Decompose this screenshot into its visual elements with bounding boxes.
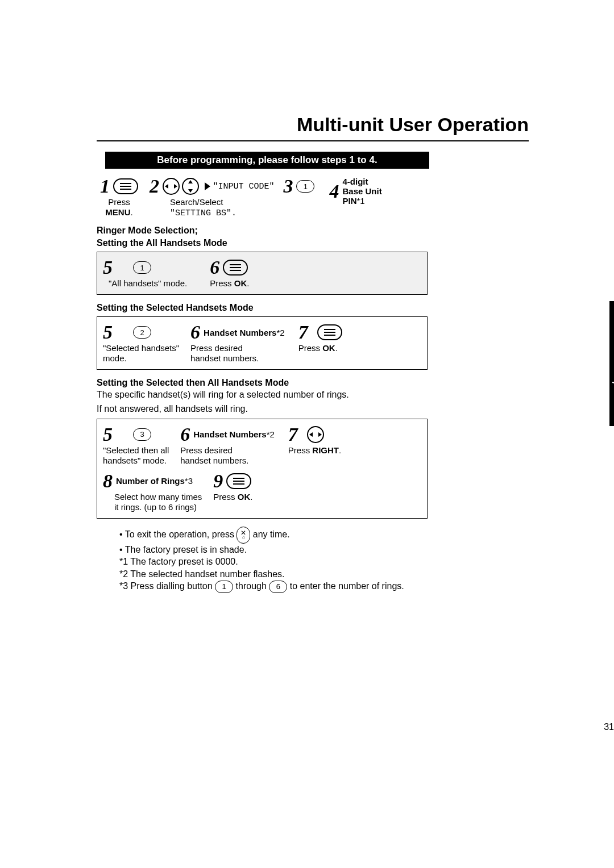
sectionC-step9-ok: OK — [238, 492, 251, 502]
sectionC-step8: 8 Number of Rings*3 Select how many time… — [103, 471, 202, 512]
step-1-menu: MENU — [105, 207, 130, 217]
section-a-head2: Setting the All Handsets Mode — [97, 238, 529, 248]
footnote-shade: The factory preset is in shade. — [119, 544, 529, 556]
sectionB-step5-number: 5 — [103, 323, 113, 342]
end-call-icon: ✕⌂ — [237, 527, 250, 544]
footnotes: To exit the operation, press ✕⌂ any time… — [97, 527, 529, 594]
sectionA-step6-ok: OK — [234, 278, 247, 288]
sectionC-step6-star: *2 — [267, 429, 275, 439]
footnote-2: *2 The selected handset number flashes. — [119, 568, 529, 581]
sectionB-step5-suba: "Selected handsets" — [103, 343, 179, 353]
dial-1-icon: 1 — [215, 581, 233, 593]
sectionA-step6-press: Press — [210, 278, 234, 288]
title-rule — [97, 140, 529, 141]
intro-steps: 1 Press MENU. 2 "INPUT CODE" Search/Sele… — [100, 177, 529, 219]
sectionC-step8-number: 8 — [103, 471, 113, 491]
section-a-block: 5 1 "All handsets" mode. 6 Press OK. — [97, 252, 428, 295]
sectionC-step7-press: Press — [288, 445, 313, 455]
sectionC-step9-press: Press — [213, 492, 238, 502]
dpad-leftright-icon — [163, 178, 180, 195]
arrow-right-icon — [205, 182, 210, 190]
sectionC-step7-right: RIGHT — [312, 445, 339, 455]
section-c-desc1: The specific handset(s) will ring for a … — [97, 389, 529, 401]
sectionC-step6-suba: Press desired — [180, 445, 233, 455]
sectionA-step6: 6 Press OK. — [210, 258, 249, 289]
sectionC-step5-number: 5 — [103, 425, 113, 444]
step-4-number: 4 — [329, 182, 339, 201]
step-2-settingbs: "SETTING BS". — [170, 208, 237, 218]
step-3-number: 3 — [283, 177, 293, 196]
sectionB-step7-press: Press — [298, 343, 323, 353]
sectionB-step6-suba: Press desired — [190, 343, 243, 353]
sectionC-step6-title: Handset Numbers — [193, 429, 266, 439]
input-code-label: "INPUT CODE" — [213, 182, 274, 191]
section-a-head1: Ringer Mode Selection; — [97, 226, 529, 236]
step-1: 1 Press MENU. — [100, 177, 138, 218]
sectionC-step9: 9 Press OK. — [213, 471, 252, 502]
sectionC-step5-suba: "Selected then all — [103, 445, 169, 455]
step-2: 2 "INPUT CODE" Search/Select "SETTING BS… — [150, 177, 274, 219]
sectionC-step7-number: 7 — [288, 425, 298, 444]
ok-button-icon — [223, 260, 248, 276]
sectionA-step5-sub: "All handsets" mode. — [109, 278, 187, 289]
sectionB-step6-subb: handset numbers. — [190, 353, 259, 363]
sectionC-step8-suba: Select how many times — [114, 492, 202, 502]
section-c-desc2: If not answered, all handsets will ring. — [97, 403, 529, 415]
sectionB-step5-subb: mode. — [103, 353, 127, 363]
step-2-searchselect: Search/Select — [170, 197, 223, 207]
sectionB-step6-star: *2 — [276, 328, 284, 337]
step-1-press: Press — [108, 197, 130, 207]
programming-banner: Before programming, please follow steps … — [105, 152, 429, 169]
dial-1-icon: 1 — [296, 180, 314, 193]
section-c-head: Setting the Selected then All Handsets M… — [97, 378, 529, 388]
sectionC-step6-subb: handset numbers. — [180, 456, 248, 465]
ok-button-icon — [226, 473, 251, 489]
sectionA-step6-number: 6 — [210, 258, 219, 277]
dial-1-icon: 1 — [133, 261, 151, 274]
step-3: 3 1 — [283, 177, 314, 196]
side-tab-label: Cordless Telephone — [609, 301, 614, 426]
step-4-pin: PIN — [342, 196, 356, 206]
menu-button-icon — [113, 178, 138, 194]
sectionB-step6: 6 Handset Numbers*2 Press desired handse… — [190, 323, 285, 364]
section-b-head: Setting the Selected Handsets Mode — [97, 303, 529, 313]
step-4-line1: 4-digit — [342, 177, 368, 186]
sectionB-step5: 5 2 "Selected handsets" mode. — [103, 323, 179, 364]
sectionA-step5: 5 1 "All handsets" mode. — [103, 258, 187, 289]
sectionC-step8-title: Number of Rings — [116, 476, 185, 486]
step-4-line2: Base Unit — [342, 186, 381, 196]
footnote-1: *1 The factory preset is 0000. — [119, 556, 529, 568]
sectionB-step6-title: Handset Numbers — [204, 328, 276, 337]
step-1-number: 1 — [100, 177, 110, 196]
sectionB-step7-number: 7 — [298, 323, 308, 342]
sectionC-step5-subb: handsets" mode. — [103, 456, 167, 465]
page-title: Multi-unit User Operation — [97, 114, 529, 136]
step-4: 4 4-digit Base Unit PIN*1 — [329, 177, 381, 206]
sectionC-step8-star: *3 — [185, 476, 193, 486]
step-2-number: 2 — [150, 177, 159, 196]
dial-2-icon: 2 — [133, 326, 151, 339]
sectionC-step6-number: 6 — [180, 425, 190, 444]
sectionC-step7: 7 Press RIGHT. — [288, 425, 341, 456]
dpad-updown-icon — [182, 178, 199, 195]
sectionB-step7: 7 Press OK. — [298, 323, 342, 353]
footnote-3: *3 Press dialling button 1 through 6 to … — [119, 580, 529, 593]
ok-button-icon — [317, 324, 342, 340]
sectionC-step6: 6 Handset Numbers*2 Press desired handse… — [180, 425, 275, 466]
step-4-star1: *1 — [357, 196, 365, 206]
manual-page: Multi-unit User Operation Before program… — [0, 0, 614, 593]
page-number: 31 — [604, 722, 614, 732]
dpad-leftright-icon — [307, 426, 324, 443]
dial-6-icon: 6 — [269, 581, 287, 593]
section-b-block: 5 2 "Selected handsets" mode. 6 Handset … — [97, 316, 428, 370]
footnote-exit: To exit the operation, press ✕⌂ any time… — [119, 527, 529, 544]
sectionC-step9-number: 9 — [213, 471, 223, 491]
sectionC-step8-subb: it rings. (up to 6 rings) — [114, 502, 197, 512]
side-tab: Cordless Telephone — [609, 301, 614, 426]
sectionB-step6-number: 6 — [190, 323, 200, 342]
section-c-block: 5 3 "Selected then all handsets" mode. 6… — [97, 419, 428, 519]
sectionB-step7-ok: OK — [322, 343, 335, 353]
dial-3-icon: 3 — [133, 428, 151, 441]
sectionA-step5-number: 5 — [103, 258, 113, 277]
sectionC-step5: 5 3 "Selected then all handsets" mode. — [103, 425, 169, 466]
